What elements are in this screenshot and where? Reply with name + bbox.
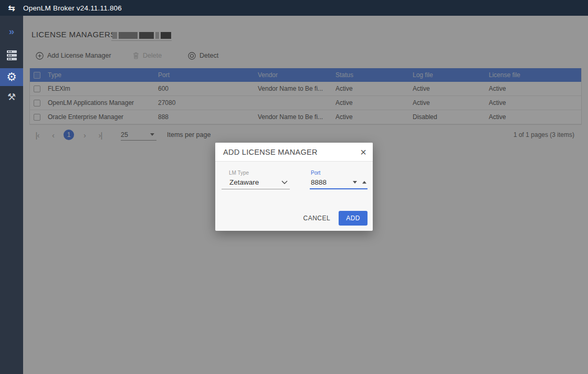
tools-icon: ⚒ xyxy=(7,92,16,102)
content-area: LICENSE MANAGERS - Add License Manager D… xyxy=(23,16,588,374)
port-label: Port xyxy=(310,170,368,176)
app-window: ⇆ OpenLM Broker v24.11.11.806 » ⚙ ⚒ LICE… xyxy=(0,0,588,374)
topbar: ⇆ OpenLM Broker v24.11.11.806 xyxy=(0,0,588,16)
dialog-footer: CANCEL ADD xyxy=(300,210,368,226)
add-license-manager-dialog: ADD LICENSE MANAGER × LM Type Zetaware P… xyxy=(215,143,373,231)
lm-type-value: Zetaware xyxy=(229,178,259,186)
cancel-button[interactable]: CANCEL xyxy=(300,210,333,226)
chevron-down-icon xyxy=(281,180,288,185)
sidebar-item-servers[interactable] xyxy=(0,46,23,64)
close-icon[interactable]: × xyxy=(360,147,366,157)
dialog-header: ADD LICENSE MANAGER × xyxy=(215,143,373,162)
port-field: Port 8888 xyxy=(310,170,368,189)
sidebar-item-settings[interactable]: ⚙ xyxy=(0,68,23,86)
lm-type-label: LM Type xyxy=(222,170,290,176)
double-chevron-right-icon: » xyxy=(9,26,15,36)
caret-down-icon[interactable] xyxy=(353,181,357,184)
gear-icon: ⚙ xyxy=(6,71,17,83)
port-combobox[interactable]: 8888 xyxy=(310,176,368,189)
sidebar: » ⚙ ⚒ xyxy=(0,16,23,374)
lm-type-field: LM Type Zetaware xyxy=(222,170,290,189)
sidebar-item-tools[interactable]: ⚒ xyxy=(0,88,23,106)
dialog-title: ADD LICENSE MANAGER xyxy=(223,148,318,156)
app-title: OpenLM Broker v24.11.11.806 xyxy=(23,4,122,12)
caret-up-icon[interactable] xyxy=(362,181,366,184)
sidebar-expand-button[interactable]: » xyxy=(0,23,23,39)
port-value: 8888 xyxy=(311,178,327,186)
app-logo-icon: ⇆ xyxy=(0,3,23,13)
lm-type-dropdown[interactable]: Zetaware xyxy=(222,176,290,189)
add-button[interactable]: ADD xyxy=(339,211,368,226)
dialog-body: LM Type Zetaware Port 8888 xyxy=(215,162,373,231)
server-stack-icon xyxy=(7,50,17,60)
